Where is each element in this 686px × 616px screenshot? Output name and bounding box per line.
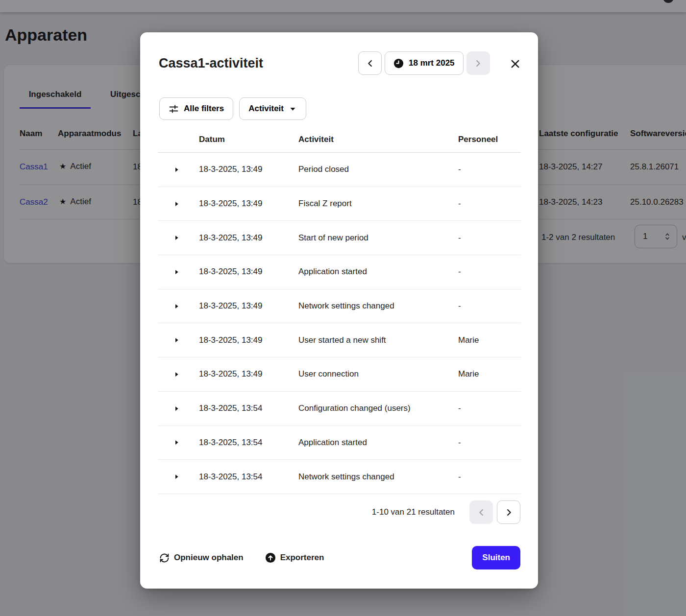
refresh-icon (159, 553, 170, 563)
activity-row[interactable]: 18-3-2025, 13:49 User started a new shif… (158, 323, 521, 357)
activity-name: Start of new period (298, 233, 458, 243)
expand-row-button[interactable] (172, 234, 181, 242)
activity-name: Period closed (298, 165, 458, 174)
caret-right-icon (173, 439, 180, 446)
results-summary: 1-10 van 21 resultaten (372, 507, 455, 517)
screen: Apparaten Ingeschakeld Uitgeschakeld Naa… (0, 0, 686, 616)
activity-date: 18-3-2025, 13:49 (199, 199, 298, 209)
caret-right-icon (173, 303, 180, 310)
activity-personnel: - (458, 301, 521, 311)
caret-right-icon (173, 268, 180, 276)
modal-title: Cassa1-activiteit (159, 56, 263, 71)
chevron-left-icon (366, 59, 375, 68)
activity-row[interactable]: 18-3-2025, 13:54 Network settings change… (158, 460, 521, 494)
date-label: 18 mrt 2025 (409, 58, 455, 68)
activity-filter-dropdown[interactable]: Activiteit (239, 97, 306, 120)
activity-row[interactable]: 18-3-2025, 13:49 Application started - (158, 255, 521, 289)
activity-personnel: - (458, 403, 521, 413)
export-button[interactable]: Exporteren (265, 552, 324, 563)
activity-row[interactable]: 18-3-2025, 13:49 User connection Marie (158, 357, 521, 392)
activity-table-body: 18-3-2025, 13:49 Period closed - 18-3-20… (158, 153, 521, 494)
chevron-right-icon (473, 59, 483, 68)
sluiten-button[interactable]: Sluiten (472, 546, 520, 569)
activity-personnel: - (458, 165, 521, 174)
close-icon (510, 58, 521, 70)
activity-name: Fiscal Z report (298, 199, 458, 209)
caret-right-icon (173, 234, 180, 241)
activity-personnel: - (458, 438, 521, 448)
activity-date: 18-3-2025, 13:54 (199, 438, 298, 448)
clock-icon (393, 58, 404, 69)
all-filters-button[interactable]: Alle filters (159, 97, 233, 120)
activity-name: Application started (298, 438, 458, 448)
activity-date: 18-3-2025, 13:49 (199, 335, 298, 345)
modal-footer: Opnieuw ophalen Exporteren Sluiten (159, 546, 520, 569)
chevron-left-icon (477, 508, 486, 517)
refresh-button[interactable]: Opnieuw ophalen (159, 553, 244, 563)
date-picker-button[interactable]: 18 mrt 2025 (385, 51, 464, 75)
previous-page-button[interactable] (469, 500, 493, 524)
activity-name: User started a new shift (298, 335, 458, 345)
activity-row[interactable]: 18-3-2025, 13:49 Start of new period - (158, 221, 521, 255)
activity-date: 18-3-2025, 13:54 (199, 403, 298, 413)
activity-personnel: Marie (458, 369, 521, 379)
expand-row-button[interactable] (172, 302, 181, 310)
caret-right-icon (173, 166, 180, 173)
activity-row[interactable]: 18-3-2025, 13:54 Application started - (158, 426, 521, 460)
sliders-icon (169, 104, 179, 114)
expand-row-button[interactable] (172, 473, 181, 481)
activity-date: 18-3-2025, 13:49 (199, 301, 298, 311)
activity-table-header: Datum Activiteit Personeel (158, 127, 521, 153)
expand-row-button[interactable] (172, 336, 181, 345)
filter-bar: Alle filters Activiteit (159, 97, 306, 120)
activity-date: 18-3-2025, 13:49 (199, 267, 298, 277)
activity-table: Datum Activiteit Personeel 18-3-2025, 13… (158, 127, 521, 494)
previous-day-button[interactable] (358, 51, 382, 75)
activity-pagination: 1-10 van 21 resultaten (372, 500, 520, 524)
all-filters-label: Alle filters (184, 104, 224, 114)
expand-row-button[interactable] (172, 199, 181, 208)
header-personeel: Personeel (458, 135, 521, 144)
activity-date: 18-3-2025, 13:49 (199, 233, 298, 243)
activity-name: Configuration changed (users) (298, 403, 458, 413)
activity-date: 18-3-2025, 13:49 (199, 369, 298, 379)
activity-personnel: - (458, 472, 521, 482)
caret-right-icon (173, 371, 180, 378)
export-label: Exporteren (280, 553, 324, 563)
date-navigation: 18 mrt 2025 (358, 51, 490, 75)
activity-personnel: - (458, 267, 521, 277)
activity-date: 18-3-2025, 13:49 (199, 165, 298, 174)
activity-row[interactable]: 18-3-2025, 13:54 Configuration changed (… (158, 392, 521, 426)
activity-name: Network settings changed (298, 472, 458, 482)
expand-row-button[interactable] (172, 165, 181, 174)
activity-personnel: - (458, 233, 521, 243)
next-day-button[interactable] (466, 51, 490, 75)
caret-right-icon (173, 200, 180, 208)
activity-modal: Cassa1-activiteit 18 mrt 2025 Alle filte… (140, 32, 538, 589)
expand-row-button[interactable] (172, 370, 181, 379)
next-page-button[interactable] (497, 500, 520, 524)
expand-row-button[interactable] (172, 404, 181, 413)
activity-row[interactable]: 18-3-2025, 13:49 Fiscal Z report - (158, 187, 521, 221)
chevron-right-icon (504, 508, 514, 517)
activity-name: Network settings changed (298, 301, 458, 311)
activity-row[interactable]: 18-3-2025, 13:49 Network settings change… (158, 289, 521, 324)
header-activiteit: Activiteit (298, 135, 458, 144)
close-button[interactable] (508, 56, 522, 71)
activity-name: Application started (298, 267, 458, 277)
header-datum: Datum (199, 135, 298, 144)
activity-filter-label: Activiteit (248, 104, 284, 114)
upload-circle-icon (265, 552, 276, 563)
activity-date: 18-3-2025, 13:54 (199, 472, 298, 482)
caret-right-icon (173, 473, 180, 480)
activity-row[interactable]: 18-3-2025, 13:49 Period closed - (158, 153, 521, 187)
chevron-down-icon (289, 105, 297, 113)
expand-row-button[interactable] (172, 267, 181, 276)
caret-right-icon (173, 336, 180, 344)
activity-name: User connection (298, 369, 458, 379)
expand-row-button[interactable] (172, 438, 181, 447)
activity-personnel: Marie (458, 335, 521, 345)
activity-personnel: - (458, 199, 521, 209)
caret-right-icon (173, 405, 180, 412)
refresh-label: Opnieuw ophalen (174, 553, 244, 563)
